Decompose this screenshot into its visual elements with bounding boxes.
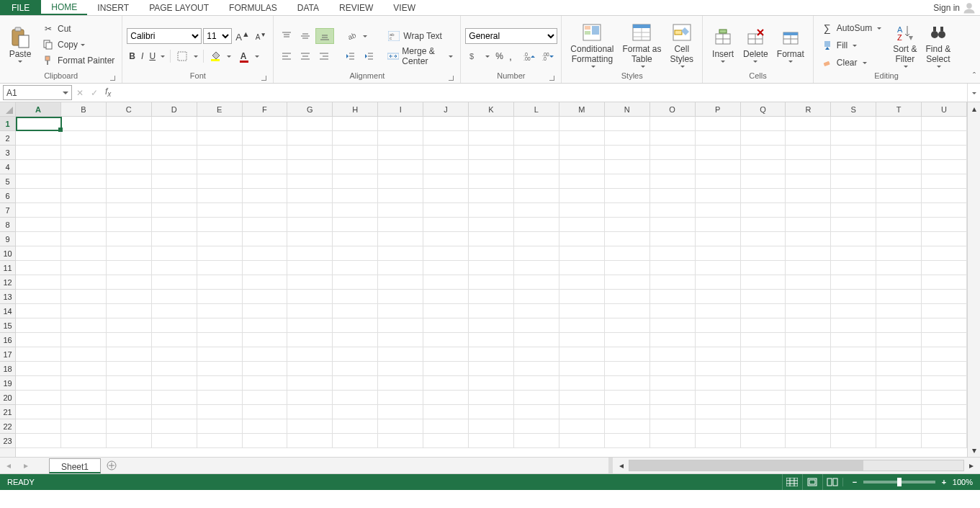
view-page-layout-button[interactable] bbox=[802, 474, 822, 490]
cell[interactable] bbox=[61, 362, 107, 376]
cell[interactable] bbox=[243, 376, 288, 391]
cell[interactable] bbox=[741, 218, 786, 232]
cell[interactable] bbox=[469, 160, 514, 174]
row-header[interactable]: 14 bbox=[0, 304, 15, 318]
cell[interactable] bbox=[378, 117, 423, 131]
cell[interactable] bbox=[696, 174, 741, 189]
column-header[interactable]: A bbox=[16, 102, 61, 116]
cell[interactable] bbox=[61, 131, 107, 146]
cell[interactable] bbox=[831, 203, 876, 218]
cell[interactable] bbox=[423, 261, 469, 275]
scroll-track[interactable] bbox=[629, 460, 964, 471]
cell[interactable] bbox=[922, 261, 967, 275]
cell[interactable] bbox=[831, 189, 876, 203]
cell[interactable] bbox=[197, 304, 243, 318]
cell[interactable] bbox=[197, 391, 243, 405]
cell[interactable] bbox=[514, 333, 559, 347]
cell[interactable] bbox=[107, 117, 152, 131]
cell[interactable] bbox=[197, 160, 243, 174]
cell[interactable] bbox=[423, 117, 469, 131]
column-header[interactable]: B bbox=[61, 102, 107, 116]
cell[interactable] bbox=[650, 131, 696, 146]
cell[interactable] bbox=[469, 131, 514, 146]
cell[interactable] bbox=[786, 419, 831, 434]
tab-view[interactable]: VIEW bbox=[383, 0, 426, 15]
italic-button[interactable]: I bbox=[139, 48, 145, 64]
cell[interactable] bbox=[378, 391, 423, 405]
cell[interactable] bbox=[423, 174, 469, 189]
cell[interactable] bbox=[876, 419, 922, 434]
cell[interactable] bbox=[514, 246, 559, 261]
cell[interactable] bbox=[831, 318, 876, 333]
cell[interactable] bbox=[514, 362, 559, 376]
cell[interactable] bbox=[152, 261, 197, 275]
cell[interactable] bbox=[287, 304, 333, 318]
cell[interactable] bbox=[922, 405, 967, 419]
row-header[interactable]: 20 bbox=[0, 391, 15, 405]
cell[interactable] bbox=[61, 246, 107, 261]
cell[interactable] bbox=[423, 318, 469, 333]
zoom-out-button[interactable]: − bbox=[850, 478, 859, 486]
cell[interactable] bbox=[650, 117, 696, 131]
cell[interactable] bbox=[650, 391, 696, 405]
vertical-scrollbar[interactable]: ▴ ▾ bbox=[967, 102, 980, 457]
cell[interactable] bbox=[741, 405, 786, 419]
cell[interactable] bbox=[378, 376, 423, 391]
cell[interactable] bbox=[243, 203, 288, 218]
cell[interactable] bbox=[107, 376, 152, 391]
cell[interactable] bbox=[741, 362, 786, 376]
cell[interactable] bbox=[61, 146, 107, 160]
cell[interactable] bbox=[16, 275, 61, 290]
view-page-break-button[interactable] bbox=[822, 474, 842, 490]
cell[interactable] bbox=[696, 362, 741, 376]
cell[interactable] bbox=[287, 419, 333, 434]
cell[interactable] bbox=[786, 174, 831, 189]
cell[interactable] bbox=[107, 434, 152, 448]
cell[interactable] bbox=[876, 174, 922, 189]
cell[interactable] bbox=[152, 117, 197, 131]
cell[interactable] bbox=[152, 189, 197, 203]
cell[interactable] bbox=[786, 246, 831, 261]
cell[interactable] bbox=[605, 218, 650, 232]
cell[interactable] bbox=[831, 434, 876, 448]
cell[interactable] bbox=[152, 275, 197, 290]
fill-button[interactable]: Fill bbox=[818, 37, 884, 53]
number-dialog-launcher[interactable] bbox=[548, 74, 557, 83]
cell[interactable] bbox=[469, 318, 514, 333]
cell[interactable] bbox=[559, 318, 605, 333]
cell[interactable] bbox=[16, 347, 61, 362]
cell[interactable] bbox=[650, 246, 696, 261]
cell[interactable] bbox=[152, 246, 197, 261]
cell[interactable] bbox=[514, 146, 559, 160]
row-header[interactable]: 16 bbox=[0, 333, 15, 347]
cell[interactable] bbox=[831, 117, 876, 131]
align-bottom-button[interactable] bbox=[315, 28, 334, 44]
cell[interactable] bbox=[243, 318, 288, 333]
cell[interactable] bbox=[559, 347, 605, 362]
cell[interactable] bbox=[152, 146, 197, 160]
cell[interactable] bbox=[559, 304, 605, 318]
row-header[interactable]: 11 bbox=[0, 261, 15, 275]
cell[interactable] bbox=[469, 189, 514, 203]
cell[interactable] bbox=[423, 434, 469, 448]
cell[interactable] bbox=[514, 434, 559, 448]
cell[interactable] bbox=[469, 419, 514, 434]
cell[interactable] bbox=[243, 117, 288, 131]
cell[interactable] bbox=[831, 376, 876, 391]
cell[interactable] bbox=[61, 290, 107, 304]
cell[interactable] bbox=[876, 203, 922, 218]
cell[interactable] bbox=[152, 203, 197, 218]
cell[interactable] bbox=[559, 232, 605, 246]
cell[interactable] bbox=[107, 347, 152, 362]
cell[interactable] bbox=[741, 275, 786, 290]
row-header[interactable]: 2 bbox=[0, 131, 15, 146]
cell[interactable] bbox=[786, 391, 831, 405]
cell[interactable] bbox=[423, 160, 469, 174]
cell[interactable] bbox=[605, 131, 650, 146]
cell[interactable] bbox=[243, 189, 288, 203]
column-header[interactable]: R bbox=[786, 102, 831, 116]
bold-button[interactable]: B bbox=[127, 48, 138, 64]
cell[interactable] bbox=[786, 218, 831, 232]
insert-function-button[interactable]: fx bbox=[105, 86, 111, 98]
cell[interactable] bbox=[469, 434, 514, 448]
